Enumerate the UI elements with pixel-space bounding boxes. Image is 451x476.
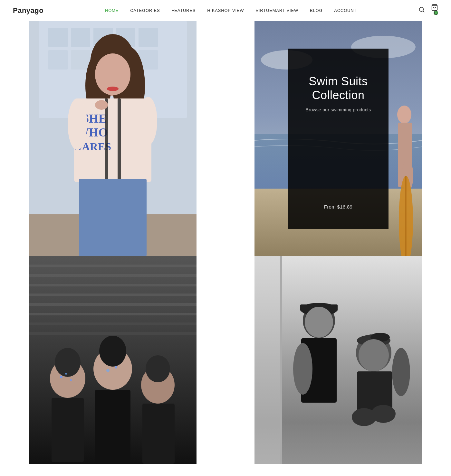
swim-title: Swim Suits Collection <box>309 74 368 102</box>
svg-rect-56 <box>95 390 130 464</box>
next-arrow-button[interactable]: › <box>434 134 445 144</box>
svg-point-30 <box>139 97 157 145</box>
nav-virtuemart[interactable]: VIRTUEMART VIEW <box>255 8 298 13</box>
svg-rect-27 <box>118 98 121 182</box>
logo[interactable]: Panyago <box>13 6 43 15</box>
svg-rect-10 <box>48 50 68 70</box>
panel-woman-shirt[interactable]: SHE WHO DARES <box>0 21 225 256</box>
panel-swim-suits[interactable]: Swim Suits Collection Browse our swimmin… <box>225 21 451 256</box>
svg-rect-66 <box>254 256 280 464</box>
hero-grid: SHE WHO DARES <box>0 21 451 464</box>
svg-rect-11 <box>71 50 90 70</box>
search-icon[interactable] <box>418 6 425 15</box>
svg-rect-22 <box>74 98 151 182</box>
svg-rect-6 <box>71 28 90 47</box>
nav-categories[interactable]: CATEGORIES <box>130 8 160 13</box>
main-nav: HOME CATEGORIES FEATURES HIKASHOP VIEW V… <box>105 8 357 13</box>
svg-rect-67 <box>280 256 282 464</box>
cart-count: 0 <box>434 11 438 15</box>
svg-point-76 <box>359 339 389 371</box>
nav-features[interactable]: FEATURES <box>171 8 196 13</box>
svg-rect-5 <box>48 28 68 47</box>
swim-price: From $16.89 <box>324 204 352 210</box>
swim-suits-overlay: Swim Suits Collection Browse our swimmin… <box>288 49 389 229</box>
svg-point-58 <box>146 355 170 382</box>
svg-rect-26 <box>105 98 108 182</box>
nav-home[interactable]: HOME <box>105 8 119 13</box>
panel-bw-men[interactable] <box>225 256 451 464</box>
svg-point-29 <box>68 98 87 150</box>
svg-rect-9 <box>139 28 158 47</box>
svg-point-61 <box>70 379 72 381</box>
svg-point-60 <box>60 376 62 378</box>
nav-hikashop[interactable]: HIKASHOP VIEW <box>207 8 244 13</box>
svg-point-52 <box>55 348 81 377</box>
svg-point-64 <box>115 366 117 369</box>
nav-blog[interactable]: BLOG <box>310 8 322 13</box>
svg-point-62 <box>65 373 67 375</box>
svg-line-1 <box>423 11 424 12</box>
panel-dark-boys[interactable] <box>0 256 225 464</box>
cart-icon[interactable]: 0 <box>431 4 438 17</box>
site-header: Panyago HOME CATEGORIES FEATURES HIKASHO… <box>0 0 451 21</box>
header-icons: 0 <box>418 4 438 17</box>
arrow-right-icon: › <box>438 135 440 142</box>
svg-rect-59 <box>142 404 175 464</box>
svg-point-63 <box>106 369 110 372</box>
svg-point-80 <box>293 343 312 395</box>
svg-point-81 <box>392 348 410 396</box>
svg-point-71 <box>305 307 333 338</box>
nav-account[interactable]: ACCOUNT <box>334 8 357 13</box>
svg-point-31 <box>95 100 108 110</box>
svg-point-55 <box>99 336 126 367</box>
svg-rect-28 <box>79 179 147 256</box>
svg-rect-53 <box>52 398 84 462</box>
svg-point-79 <box>371 405 396 423</box>
svg-point-21 <box>107 87 119 91</box>
svg-point-0 <box>419 7 424 12</box>
svg-point-37 <box>397 106 411 124</box>
swim-subtitle: Browse our swimming products <box>306 107 371 112</box>
